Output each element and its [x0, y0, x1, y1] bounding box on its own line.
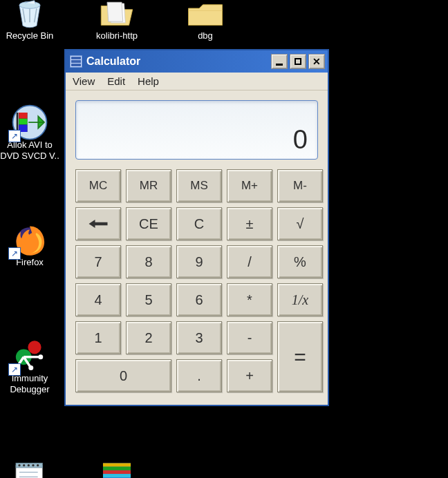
keypad: MC MR MS M+ M- CE C ± √ 7 8 9 / % 4 5 6 … [75, 169, 318, 392]
backspace-arrow-icon [88, 218, 109, 229]
desktop-recycle-bin[interactable]: Recycle Bin [0, 0, 59, 41]
key-8[interactable]: 8 [126, 245, 171, 278]
titlebar[interactable]: Calculator ✕ [66, 50, 328, 73]
svg-rect-3 [19, 113, 27, 119]
key-mplus[interactable]: M+ [227, 169, 272, 202]
key-mc[interactable]: MC [75, 169, 121, 202]
key-plus[interactable]: + [227, 359, 272, 392]
svg-point-8 [28, 341, 41, 354]
svg-point-12 [28, 365, 33, 370]
minimize-icon [276, 64, 283, 66]
menu-view[interactable]: View [73, 75, 95, 87]
svg-point-17 [28, 464, 30, 466]
folder-icon [183, 0, 227, 29]
desktop-label: Recycle Bin [0, 30, 59, 41]
key-0[interactable]: 0 [75, 359, 171, 392]
desktop-allok[interactable]: ↗ Allok AVI to DVD SVCD V.. [0, 106, 59, 161]
shortcut-arrow-icon: ↗ [8, 247, 21, 260]
display: 0 [75, 100, 318, 160]
key-7[interactable]: 7 [75, 245, 121, 278]
calculator-window: Calculator ✕ View Edit Help 0 MC MR MS M… [64, 49, 329, 406]
desktop-label: Allok AVI to DVD SVCD V.. [0, 140, 59, 161]
desktop-item-partial-2[interactable] [87, 459, 147, 478]
svg-rect-21 [103, 463, 131, 466]
svg-point-16 [23, 464, 25, 466]
key-c[interactable]: C [176, 207, 222, 240]
calculator-body: 0 MC MR MS M+ M- CE C ± √ 7 8 9 / % 4 5 [66, 90, 328, 405]
key-minus[interactable]: - [227, 321, 272, 354]
key-5[interactable]: 5 [126, 283, 171, 316]
key-ce[interactable]: CE [126, 207, 171, 240]
shortcut-arrow-icon: ↗ [8, 130, 21, 142]
key-decimal[interactable]: . [176, 359, 222, 392]
close-button[interactable]: ✕ [308, 54, 325, 69]
menu-edit[interactable]: Edit [107, 75, 125, 87]
maximize-button[interactable] [290, 54, 306, 69]
key-4[interactable]: 4 [75, 283, 121, 316]
desktop-kolibri[interactable]: kolibri-http [87, 0, 147, 41]
notepad-icon [8, 459, 52, 478]
color-strip-icon [95, 459, 139, 478]
key-2[interactable]: 2 [126, 321, 171, 354]
minimize-button[interactable] [271, 54, 288, 69]
desktop-item-partial-1[interactable] [0, 459, 59, 478]
svg-point-19 [37, 464, 39, 466]
calculator-app-icon [70, 55, 82, 68]
key-backspace[interactable] [75, 207, 121, 240]
menu-help[interactable]: Help [138, 75, 159, 87]
key-percent[interactable]: % [277, 245, 323, 278]
menubar: View Edit Help [66, 73, 328, 90]
key-reciprocal[interactable]: 1/x [277, 283, 323, 316]
recycle-bin-icon [8, 0, 52, 29]
reciprocal-label: 1/x [292, 292, 308, 308]
key-plusminus[interactable]: ± [227, 207, 272, 240]
key-3[interactable]: 3 [176, 321, 222, 354]
key-mminus[interactable]: M- [277, 169, 323, 202]
key-divide[interactable]: / [227, 245, 272, 278]
svg-point-15 [18, 464, 20, 466]
desktop-label: kolibri-http [87, 30, 147, 41]
key-sqrt[interactable]: √ [277, 207, 323, 240]
svg-rect-4 [19, 119, 27, 125]
key-9[interactable]: 9 [176, 245, 222, 278]
window-title: Calculator [86, 55, 271, 68]
key-ms[interactable]: MS [176, 169, 222, 202]
desktop-label: Immunity Debugger [0, 373, 59, 394]
svg-rect-22 [103, 467, 131, 470]
key-1[interactable]: 1 [75, 321, 121, 354]
close-icon: ✕ [312, 56, 321, 67]
shortcut-arrow-icon: ↗ [8, 363, 21, 376]
svg-rect-6 [17, 113, 19, 132]
key-mr[interactable]: MR [126, 169, 171, 202]
key-equals[interactable]: = [277, 321, 323, 392]
svg-point-10 [38, 354, 43, 359]
desktop-immunity[interactable]: ↗ Immunity Debugger [0, 340, 59, 394]
key-6[interactable]: 6 [176, 283, 222, 316]
key-multiply[interactable]: * [227, 283, 272, 316]
desktop-firefox[interactable]: ↗ Firefox [0, 224, 59, 268]
svg-rect-23 [103, 470, 131, 474]
desktop-dbg[interactable]: dbg [176, 0, 235, 41]
folder-open-icon [95, 0, 139, 29]
desktop-label: dbg [176, 30, 235, 41]
svg-rect-24 [103, 474, 131, 477]
maximize-icon [295, 58, 301, 65]
svg-point-18 [32, 464, 34, 466]
